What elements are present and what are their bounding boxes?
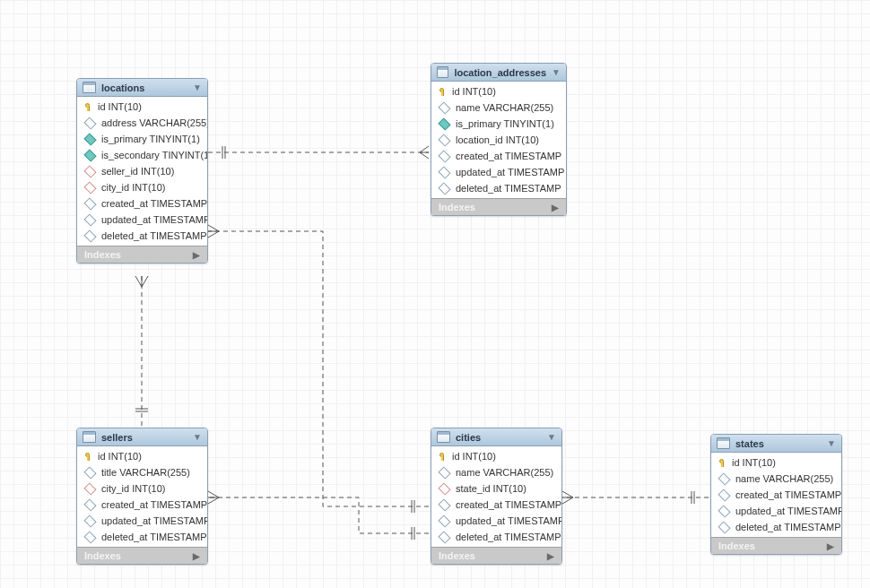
entity-locations[interactable]: locations ▼ id INT(10) address VARCHAR(2… xyxy=(76,78,208,264)
column-row[interactable]: location_id INT(10) xyxy=(431,132,566,148)
column-row[interactable]: created_at TIMESTAMP xyxy=(77,195,207,212)
entity-header[interactable]: states ▼ xyxy=(711,435,841,453)
col-icon xyxy=(438,182,450,195)
col-icon xyxy=(718,521,730,533)
col-icon xyxy=(718,505,730,517)
column-row[interactable]: updated_at TIMESTAMP xyxy=(431,164,566,180)
column-label: deleted_at TIMESTAMP xyxy=(456,532,561,542)
column-row[interactable]: city_id INT(10) xyxy=(77,480,207,497)
col-icon xyxy=(83,213,96,226)
entity-header[interactable]: cities ▼ xyxy=(431,428,561,446)
column-row[interactable]: created_at TIMESTAMP xyxy=(77,497,207,513)
fk-icon xyxy=(83,482,96,495)
col-icon xyxy=(83,514,96,527)
column-label: created_at TIMESTAMP xyxy=(101,499,207,510)
column-row[interactable]: id INT(10) xyxy=(77,448,207,464)
column-row[interactable]: created_at TIMESTAMP xyxy=(711,487,841,503)
col-icon xyxy=(438,531,450,543)
column-row[interactable]: id INT(10) xyxy=(711,454,841,471)
col-icon xyxy=(438,466,450,479)
column-row[interactable]: address VARCHAR(255) xyxy=(77,115,207,131)
column-row[interactable]: updated_at TIMESTAMP xyxy=(711,503,841,519)
fk-icon xyxy=(438,482,450,495)
entity-sellers[interactable]: sellers ▼ id INT(10) title VARCHAR(255) … xyxy=(76,428,208,565)
column-list: id INT(10) name VARCHAR(255) is_primary … xyxy=(431,82,566,198)
column-label: name VARCHAR(255) xyxy=(456,467,553,478)
col-icon xyxy=(83,197,96,210)
column-label: created_at TIMESTAMP xyxy=(101,198,207,209)
indexes-label: Indexes xyxy=(718,540,755,551)
column-row[interactable]: title VARCHAR(255) xyxy=(77,464,207,480)
col-icon xyxy=(438,134,450,146)
column-row[interactable]: updated_at TIMESTAMP xyxy=(77,212,207,228)
column-row[interactable]: is_primary TINYINT(1) xyxy=(77,131,207,147)
col-icon xyxy=(718,489,730,501)
entity-title: location_addresses xyxy=(454,67,546,78)
entity-header[interactable]: locations ▼ xyxy=(77,79,207,97)
column-row[interactable]: city_id INT(10) xyxy=(77,179,207,195)
collapse-icon[interactable]: ▼ xyxy=(827,438,836,448)
expand-icon[interactable]: ▶ xyxy=(193,250,200,260)
expand-icon[interactable]: ▶ xyxy=(547,551,554,561)
er-diagram-canvas[interactable]: locations ▼ id INT(10) address VARCHAR(2… xyxy=(0,0,870,588)
column-row[interactable]: updated_at TIMESTAMP xyxy=(431,513,561,529)
column-row[interactable]: name VARCHAR(255) xyxy=(431,99,566,116)
column-label: updated_at TIMESTAMP xyxy=(101,214,208,225)
expand-icon[interactable]: ▶ xyxy=(827,541,834,551)
entity-header[interactable]: sellers ▼ xyxy=(77,428,207,446)
collapse-icon[interactable]: ▼ xyxy=(552,67,561,77)
column-row[interactable]: created_at TIMESTAMP xyxy=(431,148,566,164)
column-row[interactable]: deleted_at TIMESTAMP xyxy=(431,180,566,196)
column-row[interactable]: deleted_at TIMESTAMP xyxy=(711,519,841,535)
fk-icon xyxy=(83,181,96,194)
entity-header[interactable]: location_addresses ▼ xyxy=(431,64,566,82)
expand-icon[interactable]: ▶ xyxy=(552,203,559,212)
column-row[interactable]: deleted_at TIMESTAMP xyxy=(77,529,207,545)
column-label: is_primary TINYINT(1) xyxy=(456,118,554,129)
entity-cities[interactable]: cities ▼ id INT(10) name VARCHAR(255) st… xyxy=(431,428,562,565)
collapse-icon[interactable]: ▼ xyxy=(547,432,556,442)
indexes-section[interactable]: Indexes ▶ xyxy=(77,547,207,564)
column-row[interactable]: id INT(10) xyxy=(431,83,566,99)
collapse-icon[interactable]: ▼ xyxy=(193,432,202,442)
column-row[interactable]: id INT(10) xyxy=(77,99,207,115)
col-icon xyxy=(718,472,730,485)
column-row[interactable]: deleted_at TIMESTAMP xyxy=(77,228,207,244)
col-icon xyxy=(438,498,450,511)
column-row[interactable]: deleted_at TIMESTAMP xyxy=(431,529,561,545)
indexes-section[interactable]: Indexes ▶ xyxy=(77,246,207,263)
column-label: created_at TIMESTAMP xyxy=(456,151,561,161)
expand-icon[interactable]: ▶ xyxy=(193,551,200,561)
entity-location-addresses[interactable]: location_addresses ▼ id INT(10) name VAR… xyxy=(431,63,567,216)
column-row[interactable]: name VARCHAR(255) xyxy=(431,464,561,480)
indexes-section[interactable]: Indexes ▶ xyxy=(711,537,841,554)
table-icon xyxy=(437,66,448,78)
column-row[interactable]: is_secondary TINYINT(1) xyxy=(77,147,207,163)
column-row[interactable]: is_primary TINYINT(1) xyxy=(431,116,566,132)
column-row[interactable]: state_id INT(10) xyxy=(431,480,561,497)
col-icon xyxy=(83,498,96,511)
column-label: address VARCHAR(255) xyxy=(101,117,208,128)
entity-states[interactable]: states ▼ id INT(10) name VARCHAR(255) cr… xyxy=(710,434,842,555)
table-icon xyxy=(83,82,96,93)
column-row[interactable]: updated_at TIMESTAMP xyxy=(77,513,207,529)
column-row[interactable]: created_at TIMESTAMP xyxy=(431,497,561,513)
collapse-icon[interactable]: ▼ xyxy=(193,82,202,92)
column-label: updated_at TIMESTAMP xyxy=(456,515,562,526)
column-label: deleted_at TIMESTAMP xyxy=(101,230,207,241)
column-label: deleted_at TIMESTAMP xyxy=(735,522,841,532)
column-label: id INT(10) xyxy=(98,101,142,112)
indexes-section[interactable]: Indexes ▶ xyxy=(431,198,566,215)
column-label: name VARCHAR(255) xyxy=(735,473,833,484)
column-label: created_at TIMESTAMP xyxy=(735,489,841,500)
column-row[interactable]: id INT(10) xyxy=(431,448,561,464)
col-icon xyxy=(438,101,450,114)
col-icon xyxy=(438,117,450,130)
column-row[interactable]: name VARCHAR(255) xyxy=(711,471,841,487)
column-row[interactable]: seller_id INT(10) xyxy=(77,163,207,179)
col-icon xyxy=(83,149,96,161)
column-list: id INT(10) name VARCHAR(255) created_at … xyxy=(711,453,841,537)
column-label: is_secondary TINYINT(1) xyxy=(101,150,208,160)
indexes-section[interactable]: Indexes ▶ xyxy=(431,547,561,564)
pk-icon xyxy=(84,103,92,111)
